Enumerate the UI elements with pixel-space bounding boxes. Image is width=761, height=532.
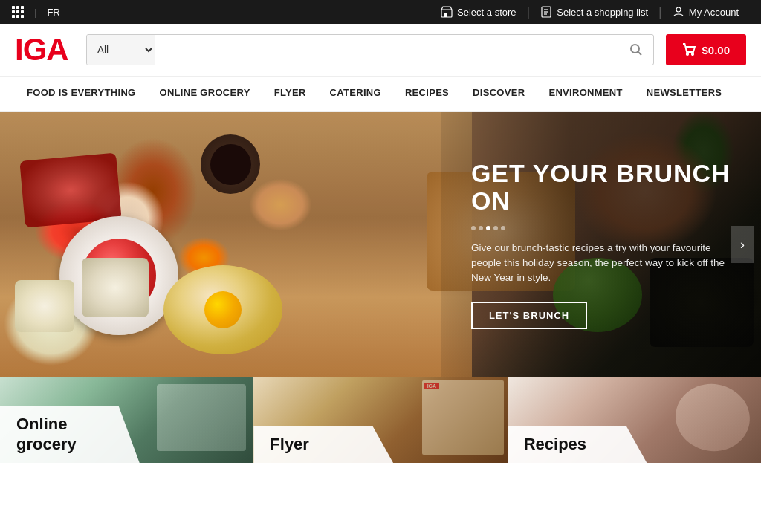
svg-point-9 xyxy=(687,53,688,55)
card-1-label: Online grocery xyxy=(0,406,140,463)
dot-2[interactable] xyxy=(479,226,483,230)
food-pastry xyxy=(15,280,74,332)
hero-description: Give our brunch-tastic recipes a try wit… xyxy=(471,241,739,286)
svg-rect-1 xyxy=(444,13,447,17)
search-input[interactable] xyxy=(155,35,620,65)
dot-5[interactable] xyxy=(501,226,505,230)
card-3-label: Recipes xyxy=(508,426,647,463)
user-icon xyxy=(673,6,684,18)
svg-point-10 xyxy=(692,53,693,55)
top-bar-left: | FR xyxy=(12,6,60,18)
feature-cards: Online grocery IGA Flyer Recipes xyxy=(0,377,761,463)
food-cup xyxy=(201,134,260,194)
cart-total: $0.00 xyxy=(702,44,730,56)
search-button[interactable] xyxy=(619,35,653,65)
card-1-text: Online grocery xyxy=(16,415,126,454)
cart-icon xyxy=(682,43,696,56)
hero-text-overlay: GET YOUR BRUNCH ON Give our brunch-tasti… xyxy=(441,112,761,377)
svg-point-7 xyxy=(631,45,639,53)
cart-button[interactable]: $0.00 xyxy=(666,34,746,65)
language-toggle[interactable]: FR xyxy=(47,7,59,18)
svg-line-8 xyxy=(638,52,642,56)
card-2-text: Flyer xyxy=(270,435,380,454)
select-store-link[interactable]: Select a store xyxy=(430,6,527,18)
nav-flyer[interactable]: FLYER xyxy=(262,77,318,111)
top-bar-right: Select a store | Select a shopping list … xyxy=(430,0,749,24)
list-icon xyxy=(540,6,552,18)
card-flyer[interactable]: IGA Flyer xyxy=(253,377,507,463)
top-bar: | FR Select a store | Select a shopping … xyxy=(0,0,761,24)
card-recipes[interactable]: Recipes xyxy=(508,377,761,463)
card-2-label: Flyer xyxy=(253,426,393,463)
food-item-1 xyxy=(19,153,121,228)
header: IGA All Grocery Recipes Flyer $0.00 xyxy=(0,24,761,77)
card-online-grocery[interactable]: Online grocery xyxy=(0,377,253,463)
card-1-image xyxy=(157,384,246,451)
nav-food-is-everything[interactable]: FOOD IS EVERYTHING xyxy=(15,77,148,111)
dot-4[interactable] xyxy=(493,226,498,230)
food-egg xyxy=(163,265,282,354)
svg-point-6 xyxy=(676,7,681,12)
logo[interactable]: IGA xyxy=(15,34,68,65)
store-icon xyxy=(441,6,453,18)
select-shopping-list-link[interactable]: Select a shopping list xyxy=(530,6,658,18)
nav-recipes[interactable]: RECIPES xyxy=(393,77,461,111)
search-bar: All Grocery Recipes Flyer xyxy=(86,34,655,65)
card-3-text: Recipes xyxy=(524,435,634,454)
nav-environment[interactable]: ENVIRONMENT xyxy=(537,77,634,111)
category-select[interactable]: All Grocery Recipes Flyer xyxy=(87,35,155,65)
nav-newsletters[interactable]: NEWSLETTERS xyxy=(635,77,734,111)
dot-1[interactable] xyxy=(471,226,476,230)
main-nav: FOOD IS EVERYTHING ONLINE GROCERY FLYER … xyxy=(0,77,761,112)
food-pastry-2 xyxy=(82,258,149,317)
my-account-link[interactable]: My Account xyxy=(662,6,749,18)
hero-next-arrow[interactable]: › xyxy=(731,226,754,263)
search-icon xyxy=(629,43,643,56)
card-2-image: IGA xyxy=(422,380,504,455)
hero-dots xyxy=(471,226,739,230)
grid-icon[interactable] xyxy=(12,6,24,18)
hero-cta-button[interactable]: LET'S BRUNCH xyxy=(471,302,587,329)
nav-catering[interactable]: CATERING xyxy=(318,77,393,111)
nav-online-grocery[interactable]: ONLINE GROCERY xyxy=(148,77,262,111)
nav-discover[interactable]: DISCOVER xyxy=(461,77,537,111)
dot-3[interactable] xyxy=(486,226,490,230)
hero-banner: GET YOUR BRUNCH ON Give our brunch-tasti… xyxy=(0,112,761,377)
hero-title: GET YOUR BRUNCH ON xyxy=(471,160,739,215)
